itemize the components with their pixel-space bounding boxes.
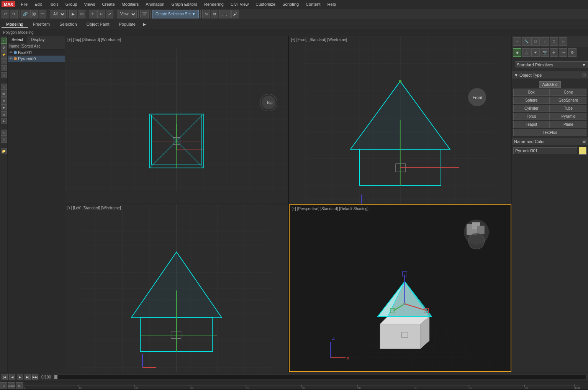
tab-modeling[interactable]: Modeling <box>2 21 28 28</box>
layer-manager-icon[interactable]: ⊞ <box>1 91 7 97</box>
snap-icon[interactable]: ✎ <box>1 130 7 136</box>
tube-btn[interactable]: Tube <box>550 105 587 112</box>
scene-item-box[interactable]: 👁 Box001 <box>8 49 65 56</box>
pyramid-btn[interactable]: Pyramid <box>550 113 587 120</box>
menu-create[interactable]: Create <box>99 1 118 7</box>
array-btn[interactable]: ⋮⋮ <box>219 10 231 18</box>
undo-btn[interactable]: ↶ <box>2 10 9 18</box>
timeline-prev-btn[interactable]: ◁ <box>0 382 7 389</box>
viewport-left[interactable]: [+] [Left] [Standard] [Wireframe] <box>65 204 288 372</box>
anim-next-btn[interactable]: ▶| <box>25 374 31 380</box>
menu-edit[interactable]: Edit <box>31 1 45 7</box>
anim-play-btn[interactable]: ▶ <box>17 374 23 380</box>
effects-icon[interactable]: ✦ <box>1 118 7 124</box>
create-icon[interactable]: + <box>1 38 7 44</box>
scene-tab-select[interactable]: Select <box>8 36 27 43</box>
menu-help[interactable]: Help <box>324 1 339 7</box>
bind-btn[interactable]: 〰 <box>39 10 46 18</box>
scene-tab-display[interactable]: Display <box>27 36 49 43</box>
menu-graph-editors[interactable]: Graph Editors <box>168 1 200 7</box>
util2-icon[interactable]: ▷ <box>559 37 567 46</box>
max-logo[interactable]: MAX <box>2 1 15 7</box>
select-btn[interactable]: ▶ <box>69 10 77 18</box>
menu-customize[interactable]: Customize <box>252 1 278 7</box>
camera-icon[interactable]: 📷 <box>541 48 549 57</box>
menu-group[interactable]: Group <box>62 1 80 7</box>
material-editor-icon[interactable]: ◈ <box>1 97 7 104</box>
hierarchy2-icon[interactable]: ⬡ <box>531 37 540 46</box>
menu-modifiers[interactable]: Modifiers <box>119 1 142 7</box>
light-icon[interactable]: ☀ <box>531 48 540 57</box>
menu-scripting[interactable]: Scripting <box>279 1 302 7</box>
scale-btn[interactable]: ⤢ <box>106 10 113 18</box>
plane-btn[interactable]: Plane <box>550 121 587 128</box>
geosphere-btn[interactable]: GeoSphere <box>550 97 587 104</box>
anim-prev-start-btn[interactable]: |◀ <box>2 374 8 380</box>
name-color-header[interactable]: Name and Color ⊞ <box>512 138 588 145</box>
redo-btn[interactable]: ↷ <box>10 10 18 18</box>
filter-icon[interactable]: ▽ <box>1 137 7 143</box>
render-setup-btn[interactable]: 🎬 <box>140 10 149 18</box>
align-btn[interactable]: ⚖ <box>202 10 210 18</box>
anim-next-end-btn[interactable]: ▶▶| <box>32 374 38 380</box>
tab-expand[interactable]: ▶ <box>141 21 148 28</box>
motion2-icon[interactable]: ○ <box>541 37 549 46</box>
rotate-btn[interactable]: ↻ <box>97 10 105 18</box>
spacewarp-icon[interactable]: 〜 <box>559 48 567 57</box>
geometry-icon[interactable]: ◆ <box>513 48 521 57</box>
menu-file[interactable]: File <box>18 1 31 7</box>
timeline-pos-btn[interactable]: 0/100 <box>8 382 15 389</box>
tab-object-paint[interactable]: Object Paint <box>82 21 114 28</box>
utilities-icon[interactable]: ▷ <box>1 72 7 78</box>
plus-icon[interactable]: + <box>513 37 521 46</box>
view-dropdown[interactable]: View <box>117 10 137 18</box>
cylinder-btn[interactable]: Cylinder <box>513 105 550 112</box>
auto-grid-btn[interactable]: AutoGrid <box>539 81 561 88</box>
menu-rendering[interactable]: Rendering <box>201 1 227 7</box>
menu-views[interactable]: Views <box>81 1 98 7</box>
menu-civil-view[interactable]: Civil View <box>228 1 252 7</box>
hierarchy-icon[interactable]: ⚡ <box>1 51 7 58</box>
object-paint-btn[interactable]: 🖌 <box>231 10 239 18</box>
textplus-btn[interactable]: TextPlus <box>513 129 586 136</box>
viewport-top[interactable]: [+] [Top] [Standard] [Wireframe] <box>65 36 288 204</box>
select-region-btn[interactable]: ▭ <box>78 10 85 18</box>
eye-icon-pyramid[interactable]: 👁 <box>9 57 13 61</box>
link-btn[interactable]: 🔗 <box>21 10 29 18</box>
tab-populate[interactable]: Populate <box>114 21 140 28</box>
anim-prev-btn[interactable]: ◀ <box>9 374 15 380</box>
tab-selection[interactable]: Selection <box>55 21 81 28</box>
viewport-front[interactable]: [+] [Front] [Standard] [Wireframe] <box>289 36 512 204</box>
create-selection-set-btn[interactable]: Create Selection Set ▼ <box>152 10 199 18</box>
helper-icon[interactable]: ✛ <box>550 48 558 57</box>
display2-icon[interactable]: □ <box>550 37 558 46</box>
move-btn[interactable]: ✛ <box>89 10 97 18</box>
anim-slider[interactable] <box>54 375 586 379</box>
teapot-btn[interactable]: Teapot <box>513 121 550 128</box>
asset-tracking-icon[interactable]: 📁 <box>1 148 7 154</box>
display-icon[interactable]: □ <box>1 65 7 71</box>
tab-freeform[interactable]: Freeform <box>28 21 55 28</box>
menu-tools[interactable]: Tools <box>46 1 62 7</box>
object-type-header[interactable]: ▼ Object Type ⊞ <box>512 71 588 79</box>
cone-btn[interactable]: Cone <box>550 89 587 96</box>
unlink-btn[interactable]: ⛓ <box>30 10 38 18</box>
layer-dropdown[interactable]: All <box>50 10 66 18</box>
scene-explorer-icon[interactable]: ≡ <box>1 84 7 90</box>
viewport-perspective[interactable]: [+] [Perspective] [Standard] [Default Sh… <box>289 204 512 372</box>
environment-icon[interactable]: ☁ <box>1 111 7 117</box>
modify-icon[interactable]: ⚙ <box>1 44 7 51</box>
wrench-icon[interactable]: 🔧 <box>522 37 531 46</box>
menu-content[interactable]: Content <box>303 1 324 7</box>
render-icon[interactable]: ▶ <box>1 104 7 110</box>
motion-icon[interactable]: ○ <box>1 58 7 64</box>
time-slider[interactable]: 0 10 20 30 40 50 60 70 80 90 100 ◁ 0/100… <box>0 382 588 389</box>
object-name-input[interactable] <box>513 147 577 154</box>
menu-animation[interactable]: Animation <box>142 1 167 7</box>
timeline-next-btn[interactable]: ▷ <box>16 382 23 389</box>
mirror-btn[interactable]: ⧉ <box>211 10 218 18</box>
eye-icon-box[interactable]: 👁 <box>9 51 13 54</box>
torus-btn[interactable]: Torus <box>513 113 550 120</box>
primitive-type-dropdown[interactable]: Standard Primitives ▼ <box>515 61 588 68</box>
system-icon[interactable]: ⚙ <box>568 48 577 57</box>
